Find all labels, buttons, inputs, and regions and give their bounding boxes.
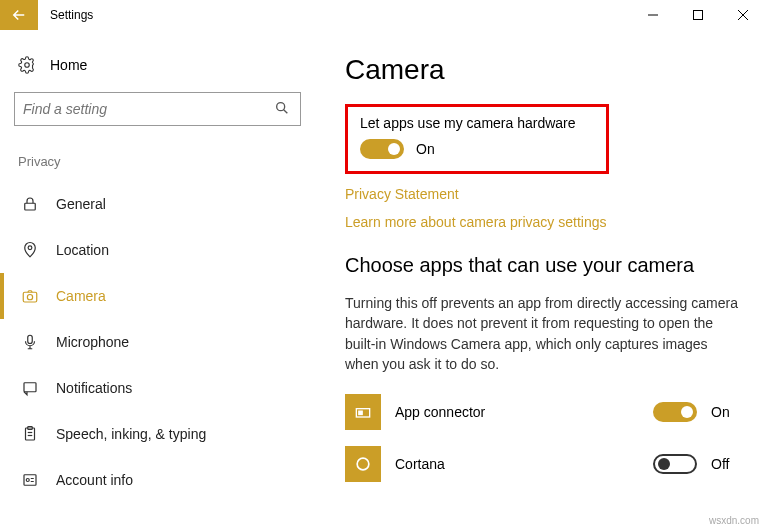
home-label: Home — [50, 57, 87, 73]
sidebar-item-label: Speech, inking, & typing — [56, 426, 206, 442]
app-row-app-connector: App connector On — [345, 394, 739, 430]
sidebar-item-label: Microphone — [56, 334, 129, 350]
camera-icon — [20, 286, 40, 306]
watermark: wsxdn.com — [709, 515, 759, 526]
app-toggle-state: On — [711, 404, 739, 420]
sidebar-item-label: Account info — [56, 472, 133, 488]
svg-point-8 — [28, 246, 32, 250]
svg-rect-12 — [24, 383, 36, 392]
cortana-icon — [345, 446, 381, 482]
svg-rect-1 — [693, 11, 702, 20]
camera-hardware-toggle[interactable] — [360, 139, 404, 159]
sidebar-section-label: Privacy — [14, 154, 301, 169]
app-toggle-state: Off — [711, 456, 739, 472]
svg-rect-20 — [359, 411, 362, 414]
svg-point-4 — [25, 63, 30, 68]
svg-point-5 — [277, 103, 285, 111]
app-connector-toggle[interactable] — [653, 402, 697, 422]
highlight-box: Let apps use my camera hardware On — [345, 104, 609, 174]
toggle-caption: Let apps use my camera hardware — [360, 115, 594, 131]
svg-rect-7 — [25, 203, 36, 210]
svg-point-21 — [357, 458, 369, 470]
sidebar-item-label: Location — [56, 242, 109, 258]
sidebar-item-label: General — [56, 196, 106, 212]
svg-point-10 — [27, 295, 32, 300]
back-button[interactable] — [0, 0, 38, 30]
sidebar-item-label: Camera — [56, 288, 106, 304]
lock-icon — [20, 194, 40, 214]
clipboard-icon — [20, 424, 40, 444]
sidebar-item-speech[interactable]: Speech, inking, & typing — [14, 411, 301, 457]
sidebar-item-label: Notifications — [56, 380, 132, 396]
close-button[interactable] — [720, 0, 765, 30]
svg-point-18 — [26, 479, 29, 482]
notification-icon — [20, 378, 40, 398]
privacy-statement-link[interactable]: Privacy Statement — [345, 186, 739, 202]
microphone-icon — [20, 332, 40, 352]
app-name-label: App connector — [395, 404, 639, 420]
choose-apps-heading: Choose apps that can use your camera — [345, 254, 739, 277]
sidebar-item-account[interactable]: Account info — [14, 457, 301, 503]
search-box[interactable] — [14, 92, 301, 126]
svg-rect-9 — [23, 292, 37, 302]
page-title: Camera — [345, 54, 739, 86]
location-icon — [20, 240, 40, 260]
minimize-button[interactable] — [630, 0, 675, 30]
toggle-state-label: On — [416, 141, 435, 157]
sidebar-item-notifications[interactable]: Notifications — [14, 365, 301, 411]
choose-apps-description: Turning this off prevents an app from di… — [345, 293, 739, 374]
svg-line-6 — [284, 110, 288, 114]
sidebar-item-general[interactable]: General — [14, 181, 301, 227]
search-icon — [274, 100, 292, 118]
app-name-label: Cortana — [395, 456, 639, 472]
svg-rect-11 — [28, 335, 33, 343]
search-input[interactable] — [23, 101, 274, 117]
account-icon — [20, 470, 40, 490]
app-connector-icon — [345, 394, 381, 430]
window-title: Settings — [38, 0, 93, 30]
titlebar-spacer — [93, 0, 630, 30]
cortana-toggle[interactable] — [653, 454, 697, 474]
sidebar-item-location[interactable]: Location — [14, 227, 301, 273]
learn-more-link[interactable]: Learn more about camera privacy settings — [345, 214, 739, 230]
sidebar-item-microphone[interactable]: Microphone — [14, 319, 301, 365]
gear-icon — [18, 56, 36, 74]
maximize-button[interactable] — [675, 0, 720, 30]
home-link[interactable]: Home — [14, 48, 301, 92]
sidebar-item-camera[interactable]: Camera — [14, 273, 301, 319]
app-row-cortana: Cortana Off — [345, 446, 739, 482]
